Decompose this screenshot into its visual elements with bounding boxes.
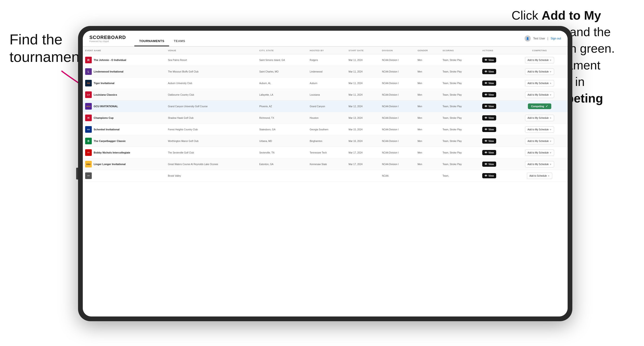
gender-cell: Men bbox=[415, 101, 440, 112]
city-cell: Auburn, AL bbox=[257, 77, 307, 89]
add-to-schedule-button[interactable]: Add to My Schedule + bbox=[525, 115, 554, 121]
actions-cell: 👁 View bbox=[480, 66, 511, 77]
start-date-cell: Mar 11, 2024 bbox=[346, 66, 380, 77]
view-button[interactable]: 👁 View bbox=[482, 69, 496, 74]
col-actions: ACTIONS bbox=[480, 47, 511, 54]
event-name-cell: B The Carpetbagger Classic bbox=[83, 135, 166, 147]
table-header-row: EVENT NAME VENUE CITY, STATE HOSTED BY S… bbox=[83, 47, 568, 54]
competing-cell: Add to My Schedule + bbox=[511, 112, 568, 124]
event-name: Lindenwood Invitational bbox=[94, 70, 124, 73]
scoring-cell: Team, Stroke Play bbox=[440, 147, 480, 159]
add-to-schedule-button[interactable]: Add to My Schedule + bbox=[525, 150, 554, 156]
add-to-schedule-button[interactable]: Add to My Schedule + bbox=[525, 57, 554, 63]
col-competing: COMPETING bbox=[511, 47, 568, 54]
division-cell: NCAA Division I bbox=[380, 77, 415, 89]
start-date-cell: Mar 17, 2024 bbox=[346, 159, 380, 170]
view-button[interactable]: 👁 View bbox=[482, 150, 496, 155]
add-to-schedule-button[interactable]: Add to My Schedule + bbox=[525, 126, 554, 133]
table-container[interactable]: EVENT NAME VENUE CITY, STATE HOSTED BY S… bbox=[83, 47, 568, 317]
tab-teams[interactable]: TEAMS bbox=[169, 39, 190, 46]
actions-cell: 👁 View bbox=[480, 112, 511, 124]
user-icon: 👤 bbox=[524, 35, 531, 42]
add-to-schedule-button[interactable]: Add to My Schedule + bbox=[525, 68, 554, 75]
actions-cell: 👁 View bbox=[480, 101, 511, 112]
col-scoring: SCORING bbox=[440, 47, 480, 54]
table-row: KSU Linger Longer Invitational Great Wat… bbox=[83, 159, 568, 170]
competing-button[interactable]: Competing ✓ bbox=[528, 103, 551, 109]
hosted-by-cell: Lindenwood bbox=[307, 66, 346, 77]
competing-cell: Add to My Schedule + bbox=[511, 124, 568, 135]
separator: | bbox=[548, 37, 548, 40]
venue-cell: Brook Valley bbox=[166, 170, 257, 182]
gender-cell: Men bbox=[415, 66, 440, 77]
tab-tournaments[interactable]: TOURNAMENTS bbox=[134, 39, 169, 46]
add-to-schedule-button[interactable]: Add to My Schedule + bbox=[525, 80, 554, 86]
city-cell: Saint Simons Island, GA bbox=[257, 54, 307, 66]
event-name-cell: LA Louisiana Classics bbox=[83, 89, 166, 101]
gender-cell: Men bbox=[415, 54, 440, 66]
actions-cell: 👁 View bbox=[480, 77, 511, 89]
view-button[interactable]: 👁 View bbox=[482, 104, 496, 109]
view-button[interactable]: 👁 View bbox=[482, 92, 496, 97]
hosted-by-cell: Grand Canyon bbox=[307, 101, 346, 112]
add-to-schedule-button[interactable]: Add to Schedule + bbox=[527, 173, 552, 179]
add-to-schedule-button[interactable]: Add to My Schedule + bbox=[525, 92, 554, 98]
scoring-cell: Team, Stroke Play bbox=[440, 66, 480, 77]
hosted-by-cell: Tennessee Tech bbox=[307, 147, 346, 159]
add-to-schedule-button[interactable]: Add to My Schedule + bbox=[525, 161, 554, 168]
view-button[interactable]: 👁 View bbox=[482, 81, 496, 86]
add-to-schedule-button[interactable]: Add to My Schedule + bbox=[525, 138, 554, 144]
scoring-cell: Team, Stroke Play bbox=[440, 77, 480, 89]
view-button[interactable]: 👁 View bbox=[482, 162, 496, 167]
view-button[interactable]: 👁 View bbox=[482, 57, 496, 63]
view-button[interactable]: 👁 View bbox=[482, 115, 496, 120]
check-icon: ✓ bbox=[546, 105, 548, 108]
venue-cell: Shadow Hawk Golf Club bbox=[166, 112, 257, 124]
table-row: R The Johnnie - O Individual Sea Palms R… bbox=[83, 54, 568, 66]
venue-cell: Auburn University Club bbox=[166, 77, 257, 89]
col-hosted-by: HOSTED BY bbox=[307, 47, 346, 54]
city-cell: Sevierville, TN bbox=[257, 147, 307, 159]
city-cell: Statesboro, GA bbox=[257, 124, 307, 135]
city-cell: Eatonton, GA bbox=[257, 159, 307, 170]
venue-cell: Oakbourne Country Club bbox=[166, 89, 257, 101]
gender-cell: Men bbox=[415, 159, 440, 170]
team-logo: LA bbox=[85, 91, 92, 98]
hosted-by-cell bbox=[307, 170, 346, 182]
eye-icon: 👁 bbox=[484, 105, 487, 108]
venue-cell: Sea Palms Resort bbox=[166, 54, 257, 66]
event-name: Champions Cup bbox=[94, 116, 114, 119]
team-logo: AU bbox=[85, 80, 92, 86]
gender-cell: Men bbox=[415, 147, 440, 159]
sign-out-link[interactable]: Sign out bbox=[550, 37, 561, 40]
hosted-by-cell: Houston bbox=[307, 112, 346, 124]
col-city-state: CITY, STATE bbox=[257, 47, 307, 54]
start-date-cell: Mar 11, 2024 bbox=[346, 89, 380, 101]
event-name: Schenkel Invitational bbox=[94, 128, 120, 131]
table-row: AU Tiger Invitational Auburn University … bbox=[83, 77, 568, 89]
eye-icon: 👁 bbox=[484, 70, 487, 73]
header-right: 👤 Test User | Sign out bbox=[524, 35, 561, 42]
table-row: TT Bobby Nichols Intercollegiate The Sev… bbox=[83, 147, 568, 159]
event-name: Louisiana Classics bbox=[94, 93, 117, 96]
event-name-cell: GCU GCU INVITATIONAL bbox=[83, 101, 166, 112]
eye-icon: 👁 bbox=[484, 174, 487, 177]
team-logo: KSU bbox=[85, 161, 92, 168]
eye-icon: 👁 bbox=[484, 59, 487, 61]
view-button[interactable]: 👁 View bbox=[482, 127, 496, 132]
view-button[interactable]: 👁 View bbox=[482, 173, 496, 178]
scoring-cell: Team, Stroke Play bbox=[440, 124, 480, 135]
competing-cell: Add to My Schedule + bbox=[511, 77, 568, 89]
hosted-by-cell: Binghamton bbox=[307, 135, 346, 147]
city-cell: Richmond, TX bbox=[257, 112, 307, 124]
view-button[interactable]: 👁 View bbox=[482, 138, 496, 144]
division-cell: NCAA Division I bbox=[380, 54, 415, 66]
city-cell: Lafayette, LA bbox=[257, 89, 307, 101]
col-gender: GENDER bbox=[415, 47, 440, 54]
city-cell bbox=[257, 170, 307, 182]
team-logo: H bbox=[85, 115, 92, 121]
username: Test User bbox=[533, 37, 545, 40]
plus-icon: + bbox=[550, 163, 552, 166]
scoring-cell: Team, Stroke Play bbox=[440, 135, 480, 147]
start-date-cell: Mar 16, 2024 bbox=[346, 135, 380, 147]
